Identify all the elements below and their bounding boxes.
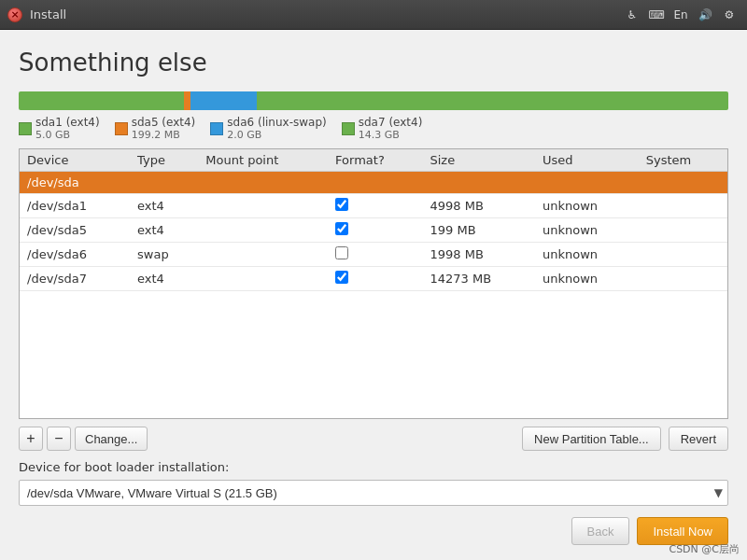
accessibility-icon[interactable]: ♿ [622, 5, 642, 25]
cell-format[interactable] [328, 194, 422, 218]
cell-mount [198, 243, 328, 267]
bootloader-section: Device for boot loader installation: /de… [19, 460, 728, 506]
partition-table: DeviceTypeMount pointFormat?SizeUsedSyst… [20, 149, 727, 291]
system-tray: ♿ ⌨ En 🔊 ⚙ [622, 0, 747, 30]
cell-device: /dev/sda1 [20, 194, 130, 218]
legend-label-sda1: sda1 (ext4) [35, 116, 100, 129]
nav-buttons: Back Install Now [19, 517, 728, 545]
cell-mount [198, 194, 328, 218]
bootloader-label: Device for boot loader installation: [19, 460, 728, 474]
window-title: Install [30, 7, 66, 21]
table-row[interactable]: /dev/sda [20, 172, 727, 194]
cell-device: /dev/sda6 [20, 243, 130, 267]
table-row[interactable]: /dev/sda7ext414273 MBunknown [20, 267, 727, 291]
legend-color-sda1 [19, 122, 32, 135]
table-header-row: DeviceTypeMount pointFormat?SizeUsedSyst… [20, 149, 727, 172]
change-partition-button[interactable]: Change... [75, 427, 148, 451]
add-partition-button[interactable]: + [19, 427, 43, 451]
cell-device: /dev/sda [20, 172, 130, 194]
cell-format[interactable] [328, 243, 422, 267]
legend-item-sda7: sda7 (ext4) 14.3 GB [342, 116, 423, 141]
cell-size: 1998 MB [423, 243, 535, 267]
keyboard-icon[interactable]: ⌨ [646, 5, 667, 25]
cell-format[interactable] [328, 172, 422, 194]
cell-used [535, 172, 639, 194]
remove-partition-button[interactable]: − [47, 427, 71, 451]
cell-used: unknown [535, 218, 639, 243]
install-now-button[interactable]: Install Now [637, 517, 728, 545]
cell-size [423, 172, 535, 194]
legend-size-sda5: 199.2 MB [132, 129, 196, 141]
language-indicator[interactable]: En [670, 5, 691, 25]
cell-type: ext4 [130, 267, 198, 291]
legend-label-sda5: sda5 (ext4) [132, 116, 196, 129]
cell-size: 199 MB [423, 218, 535, 243]
format-checkbox[interactable] [335, 271, 348, 284]
legend-color-sda5 [115, 122, 128, 135]
cell-device: /dev/sda7 [20, 267, 130, 291]
partition-legend: sda1 (ext4) 5.0 GB sda5 (ext4) 199.2 MB … [19, 116, 728, 141]
cell-format[interactable] [328, 267, 422, 291]
cell-system [639, 194, 727, 218]
cell-system [639, 218, 727, 243]
volume-icon[interactable]: 🔊 [695, 5, 715, 25]
revert-button[interactable]: Revert [669, 427, 728, 451]
legend-color-sda6 [210, 122, 223, 135]
partition-table-wrapper: DeviceTypeMount pointFormat?SizeUsedSyst… [19, 148, 728, 419]
bottom-toolbar: + − Change... New Partition Table... Rev… [19, 427, 728, 451]
legend-size-sda1: 5.0 GB [35, 129, 100, 141]
cell-used: unknown [535, 243, 639, 267]
legend-item-sda5: sda5 (ext4) 199.2 MB [115, 116, 196, 141]
bar-sda1 [19, 91, 184, 110]
col-header-size: Size [423, 149, 535, 172]
settings-icon[interactable]: ⚙ [719, 5, 740, 25]
titlebar: Install ♿ ⌨ En 🔊 ⚙ [0, 0, 747, 30]
legend-size-sda6: 2.0 GB [227, 129, 326, 141]
bar-sda5 [184, 91, 190, 110]
legend-item-sda6: sda6 (linux-swap) 2.0 GB [210, 116, 326, 141]
cell-type [130, 172, 198, 194]
cell-device: /dev/sda5 [20, 218, 130, 243]
partition-bar [19, 91, 728, 110]
col-header-device: Device [20, 149, 130, 172]
table-row[interactable]: /dev/sda5ext4199 MBunknown [20, 218, 727, 243]
cell-format[interactable] [328, 218, 422, 243]
cell-type: ext4 [130, 218, 198, 243]
cell-mount [198, 218, 328, 243]
cell-type: swap [130, 243, 198, 267]
back-button[interactable]: Back [571, 517, 630, 545]
col-header-used: Used [535, 149, 639, 172]
table-row[interactable]: /dev/sda6swap1998 MBunknown [20, 243, 727, 267]
partition-bar-container: sda1 (ext4) 5.0 GB sda5 (ext4) 199.2 MB … [19, 91, 728, 141]
format-checkbox[interactable] [335, 246, 348, 259]
cell-system [639, 243, 727, 267]
cell-used: unknown [535, 194, 639, 218]
watermark: CSDN @C层尚 [669, 542, 740, 556]
col-header-format: Format? [328, 149, 422, 172]
cell-mount [198, 267, 328, 291]
cell-system [639, 172, 727, 194]
format-checkbox[interactable] [335, 198, 348, 211]
table-body: /dev/sda/dev/sda1ext44998 MBunknown/dev/… [20, 172, 727, 291]
legend-size-sda7: 14.3 GB [359, 129, 423, 141]
bar-sda6 [190, 91, 257, 110]
col-header-system: System [639, 149, 727, 172]
col-header-type: Type [130, 149, 198, 172]
new-partition-table-button[interactable]: New Partition Table... [522, 427, 661, 451]
format-checkbox[interactable] [335, 222, 348, 235]
cell-type: ext4 [130, 194, 198, 218]
main-content: Something else sda1 (ext4) 5.0 GB sda5 (… [0, 30, 747, 560]
table-row[interactable]: /dev/sda1ext44998 MBunknown [20, 194, 727, 218]
close-button[interactable] [7, 7, 22, 22]
bootloader-select[interactable]: /dev/sda VMware, VMware Virtual S (21.5 … [19, 480, 728, 506]
cell-size: 14273 MB [423, 267, 535, 291]
cell-used: unknown [535, 267, 639, 291]
cell-system [639, 267, 727, 291]
page-heading: Something else [19, 49, 728, 77]
bar-sda7 [257, 91, 728, 110]
col-header-mountpoint: Mount point [198, 149, 328, 172]
legend-label-sda7: sda7 (ext4) [359, 116, 423, 129]
legend-item-sda1: sda1 (ext4) 5.0 GB [19, 116, 100, 141]
bootloader-select-wrapper: /dev/sda VMware, VMware Virtual S (21.5 … [19, 480, 728, 506]
cell-size: 4998 MB [423, 194, 535, 218]
